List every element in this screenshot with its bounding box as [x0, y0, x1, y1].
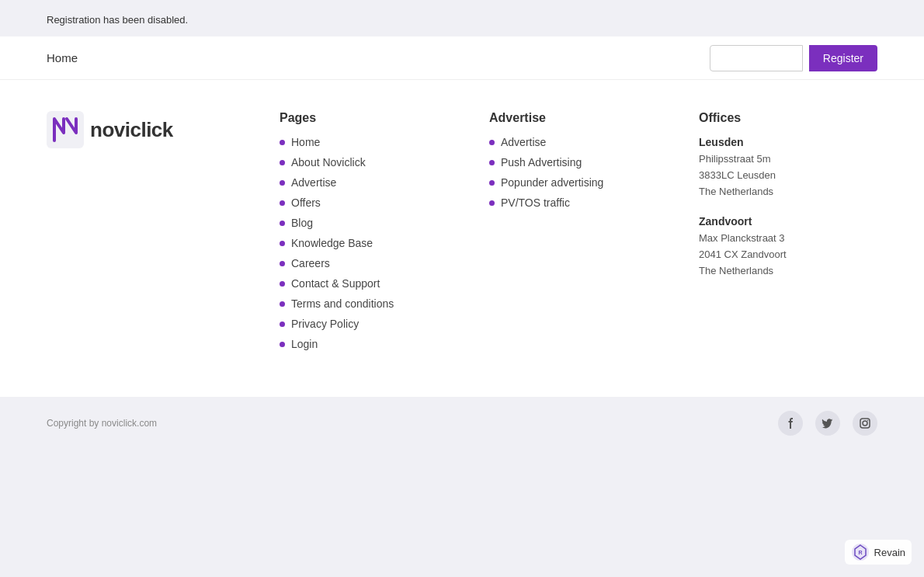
nav-left: Home: [47, 51, 78, 64]
register-button[interactable]: Register: [809, 45, 877, 71]
bullet-icon: [280, 180, 285, 186]
office-city-leusden: Leusden: [699, 136, 877, 148]
registration-notice: Registration has been disabled.: [0, 8, 924, 32]
footer-content: noviclick Pages Home About Noviclick Adv…: [0, 80, 924, 397]
social-icons: [778, 411, 877, 436]
footer-grid: noviclick Pages Home About Noviclick Adv…: [47, 111, 877, 350]
nav-right: Register: [710, 45, 877, 71]
bullet-icon: [489, 140, 495, 145]
advertise-link-pvtos[interactable]: PV/TOS traffic: [501, 196, 570, 209]
pages-link-about[interactable]: About Noviclick: [291, 156, 366, 169]
list-item: Popunder advertising: [489, 176, 668, 189]
facebook-icon[interactable]: [778, 411, 803, 436]
pages-link-offers[interactable]: Offers: [291, 196, 321, 209]
pages-link-knowledge-base[interactable]: Knowledge Base: [291, 237, 373, 249]
advertise-link-advertise[interactable]: Advertise: [501, 136, 546, 148]
list-item: About Noviclick: [280, 156, 458, 169]
svg-point-3: [867, 420, 869, 422]
pages-link-login[interactable]: Login: [291, 338, 318, 350]
office-zandvoort: Zandvoort Max Planckstraat 3 2041 CX Zan…: [699, 215, 877, 279]
list-item: PV/TOS traffic: [489, 196, 668, 209]
list-item: Advertise: [489, 136, 668, 148]
bullet-icon: [280, 261, 285, 266]
revain-logo-icon: R: [851, 543, 870, 561]
list-item: Offers: [280, 196, 458, 209]
bullet-icon: [489, 180, 495, 186]
svg-text:R: R: [858, 550, 862, 555]
advertise-column: Advertise Advertise Push Advertising Pop…: [489, 111, 668, 209]
list-item: Advertise: [280, 176, 458, 189]
list-item: Contact & Support: [280, 277, 458, 290]
revain-label: Revain: [874, 547, 905, 558]
logo-area: noviclick: [47, 111, 248, 148]
office-leusden: Leusden Philipsstraat 5m 3833LC Leusden …: [699, 136, 877, 200]
pages-link-contact[interactable]: Contact & Support: [291, 277, 380, 290]
pages-col-links: Home About Noviclick Advertise Offers Bl…: [280, 136, 458, 350]
advertise-link-popunder[interactable]: Popunder advertising: [501, 176, 603, 189]
svg-point-2: [863, 421, 867, 426]
pages-link-home[interactable]: Home: [291, 136, 320, 148]
bullet-icon: [489, 160, 495, 165]
pages-link-blog[interactable]: Blog: [291, 217, 313, 229]
pages-link-careers[interactable]: Careers: [291, 257, 330, 269]
list-item: Knowledge Base: [280, 237, 458, 249]
office-address-zandvoort: Max Planckstraat 3 2041 CX Zandvoort The…: [699, 231, 877, 279]
offices-column: Offices Leusden Philipsstraat 5m 3833LC …: [699, 111, 877, 295]
advertise-col-title: Advertise: [489, 111, 668, 125]
list-item: Push Advertising: [489, 156, 668, 169]
copyright-text: Copyright by noviclick.com: [47, 418, 157, 429]
bullet-icon: [280, 221, 285, 226]
advertise-link-push[interactable]: Push Advertising: [501, 156, 582, 169]
advertise-col-links: Advertise Push Advertising Popunder adve…: [489, 136, 668, 209]
offices-col-title: Offices: [699, 111, 877, 125]
bullet-icon: [280, 160, 285, 165]
noviclick-logo-icon: [47, 111, 84, 148]
pages-link-privacy[interactable]: Privacy Policy: [291, 318, 359, 330]
office-address-leusden: Philipsstraat 5m 3833LC Leusden The Neth…: [699, 151, 877, 200]
list-item: Careers: [280, 257, 458, 269]
pages-link-advertise[interactable]: Advertise: [291, 176, 336, 189]
list-item: Home: [280, 136, 458, 148]
search-input[interactable]: [710, 45, 803, 71]
bottom-bar: Copyright by noviclick.com: [0, 397, 924, 450]
revain-badge: R Revain: [845, 540, 912, 565]
list-item: Terms and conditions: [280, 297, 458, 310]
twitter-icon[interactable]: [815, 411, 840, 436]
pages-col-title: Pages: [280, 111, 458, 125]
bullet-icon: [280, 342, 285, 347]
bullet-icon: [489, 200, 495, 206]
office-city-zandvoort: Zandvoort: [699, 215, 877, 228]
bullet-icon: [280, 241, 285, 246]
navbar: Home Register: [0, 36, 924, 80]
bullet-icon: [280, 301, 285, 307]
nav-home-link[interactable]: Home: [47, 51, 78, 64]
bullet-icon: [280, 200, 285, 206]
list-item: Login: [280, 338, 458, 350]
bullet-icon: [280, 140, 285, 145]
logo-text: noviclick: [90, 118, 173, 142]
svg-rect-1: [860, 419, 870, 428]
list-item: Blog: [280, 217, 458, 229]
pages-column: Pages Home About Noviclick Advertise Off…: [280, 111, 458, 350]
pages-link-terms[interactable]: Terms and conditions: [291, 297, 394, 310]
list-item: Privacy Policy: [280, 318, 458, 330]
bullet-icon: [280, 281, 285, 287]
bullet-icon: [280, 322, 285, 327]
instagram-icon[interactable]: [853, 411, 877, 436]
